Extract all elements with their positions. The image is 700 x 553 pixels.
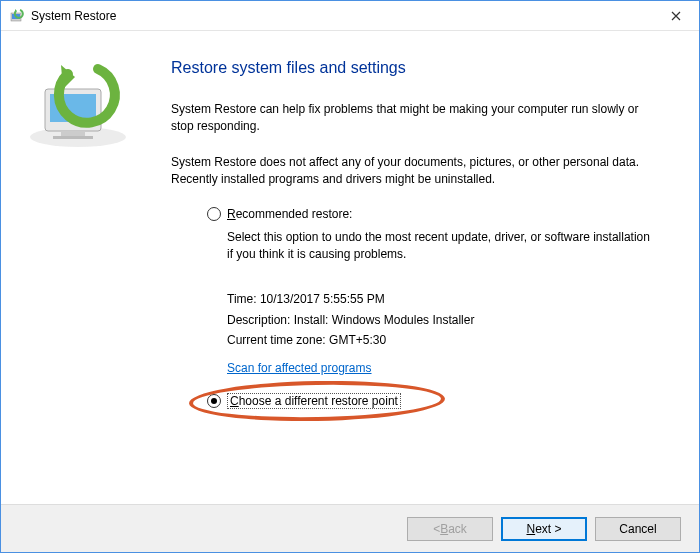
radio-recommended-restore[interactable]: Recommended restore: bbox=[207, 207, 655, 221]
recommended-description: Select this option to undo the most rece… bbox=[227, 229, 655, 264]
radio-icon-selected bbox=[207, 394, 221, 408]
scan-affected-programs-link[interactable]: Scan for affected programs bbox=[227, 361, 372, 375]
titlebar: System Restore bbox=[1, 1, 699, 31]
close-button[interactable] bbox=[653, 1, 699, 31]
page-heading: Restore system files and settings bbox=[171, 59, 655, 77]
svg-rect-5 bbox=[61, 131, 85, 136]
next-button[interactable]: Next > bbox=[501, 517, 587, 541]
intro-paragraph-2: System Restore does not affect any of yo… bbox=[171, 154, 655, 189]
radio-icon-unselected bbox=[207, 207, 221, 221]
radio-recommended-label: Recommended restore: bbox=[227, 207, 352, 221]
restore-point-details: Time: 10/13/2017 5:55:55 PM Description:… bbox=[227, 289, 655, 350]
main-content: Restore system files and settings System… bbox=[171, 31, 699, 504]
svg-rect-6 bbox=[53, 136, 93, 139]
detail-time: Time: 10/13/2017 5:55:55 PM bbox=[227, 289, 655, 309]
intro-paragraph-1: System Restore can help fix problems tha… bbox=[171, 101, 655, 136]
window-title: System Restore bbox=[31, 9, 653, 23]
detail-description: Description: Install: Windows Modules In… bbox=[227, 310, 655, 330]
back-button: < Back bbox=[407, 517, 493, 541]
cancel-button[interactable]: Cancel bbox=[595, 517, 681, 541]
body-area: Restore system files and settings System… bbox=[1, 31, 699, 504]
radio-choose-label: Choose a different restore point bbox=[227, 393, 401, 409]
wizard-graphic bbox=[1, 31, 171, 504]
detail-timezone: Current time zone: GMT+5:30 bbox=[227, 330, 655, 350]
system-restore-icon bbox=[9, 8, 25, 24]
radio-choose-different[interactable]: Choose a different restore point bbox=[207, 393, 655, 409]
wizard-footer: < Back Next > Cancel bbox=[1, 504, 699, 553]
